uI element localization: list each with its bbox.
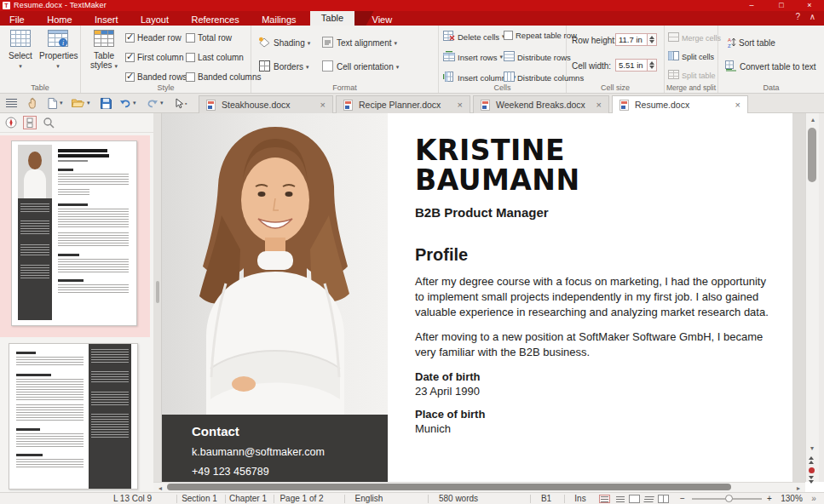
close-tab-icon[interactable]: × — [458, 100, 463, 110]
banded-rows-checkbox[interactable] — [125, 72, 135, 82]
word-count[interactable]: 580 words — [429, 494, 488, 503]
doc-tab-weekend-breaks[interactable]: Weekend Breaks.docx × — [473, 95, 609, 113]
close-tab-icon[interactable]: × — [320, 100, 326, 110]
scroll-down-icon[interactable]: ▾ — [805, 444, 819, 452]
table-styles-button[interactable]: Table styles ▾ — [86, 29, 122, 70]
shading-button[interactable]: Shading▾ — [258, 37, 310, 49]
tab-table-contextual[interactable]: Table — [310, 11, 354, 26]
checkbox-header-row[interactable]: Header row — [125, 33, 182, 43]
object-mode-pointer-icon[interactable] — [174, 96, 184, 110]
header-row-checkbox[interactable] — [125, 33, 135, 43]
save-icon[interactable] — [101, 96, 112, 110]
zoom-slider-knob[interactable] — [725, 495, 733, 502]
properties-button[interactable]: i Properties ▾ — [39, 29, 77, 70]
first-column-checkbox[interactable] — [125, 53, 135, 62]
new-document-caret-icon[interactable]: ▾ — [60, 96, 63, 110]
open-folder-caret-icon[interactable]: ▾ — [87, 96, 90, 110]
doc-tab-recipe-planner[interactable]: Recipe Planner.docx × — [336, 95, 470, 113]
borders-button[interactable]: Borders▾ — [258, 60, 309, 73]
cell-width-spinner-icon[interactable] — [648, 59, 657, 72]
select-button[interactable]: Select ▾ — [2, 29, 39, 70]
last-column-checkbox[interactable] — [186, 53, 195, 62]
page2-thumbnail[interactable] — [9, 343, 138, 490]
collapse-ribbon-icon[interactable]: ∧ — [810, 12, 815, 21]
sidebar-toggle-icon[interactable] — [6, 96, 17, 110]
thumbnails-view-icon[interactable] — [23, 116, 37, 129]
document-page[interactable]: Contact k.baumann@softmaker.com +49 123 … — [162, 113, 792, 482]
help-icon[interactable]: ? — [795, 12, 800, 21]
row-height-spinner-icon[interactable] — [648, 33, 657, 46]
view-normal-icon[interactable] — [599, 495, 610, 503]
total-row-checkbox[interactable] — [186, 33, 195, 43]
sort-table-button[interactable]: AZ Sort table — [725, 37, 775, 49]
language-indicator[interactable]: English — [345, 494, 393, 503]
cell-orientation-button[interactable]: Cell orientation▾ — [321, 60, 399, 73]
view-page-icon[interactable] — [629, 495, 640, 503]
vertical-scroll-thumb[interactable] — [808, 128, 816, 182]
cell-orientation-icon — [321, 60, 334, 73]
split-table-button[interactable]: Split table — [668, 70, 716, 81]
thumbnail-page1-selected[interactable]: 1 — [0, 135, 150, 337]
maximize-button[interactable]: □ — [769, 0, 794, 10]
scroll-left-icon[interactable]: ◂ — [153, 484, 167, 492]
dob-label: Date of birth — [415, 370, 775, 383]
repeat-table-row-checkbox-row[interactable]: Repeat table row — [504, 31, 577, 40]
redo-icon[interactable] — [147, 96, 158, 110]
splitter-handle[interactable] — [156, 281, 159, 303]
distribute-rows-button[interactable]: Distribute rows — [504, 51, 571, 63]
search-icon[interactable] — [43, 117, 55, 132]
insert-mode[interactable]: Ins — [565, 494, 596, 503]
new-document-icon[interactable] — [48, 96, 57, 110]
scroll-up-icon[interactable]: ▴ — [806, 116, 820, 123]
chapter-indicator[interactable]: Chapter 1 — [226, 494, 270, 503]
checkbox-last-column[interactable]: Last column — [186, 53, 244, 62]
open-folder-icon[interactable] — [72, 96, 84, 110]
checkbox-total-row[interactable]: Total row — [186, 33, 232, 43]
checkbox-banded-rows[interactable]: Banded rows — [125, 72, 187, 82]
checkbox-banded-columns[interactable]: Banded columns — [186, 72, 262, 82]
text-alignment-button[interactable]: Text alignment▾ — [321, 37, 397, 49]
doc-tab-steakhouse[interactable]: Steakhouse.docx × — [199, 95, 333, 113]
checkbox-first-column[interactable]: First column — [125, 53, 183, 62]
convert-table-to-text-button[interactable]: Convert table to text — [725, 60, 816, 73]
close-tab-icon[interactable]: × — [735, 100, 740, 110]
close-button[interactable]: × — [797, 0, 822, 10]
navigation-compass-icon[interactable] — [5, 117, 17, 132]
cursor-position[interactable]: L 13 Col 9 — [92, 494, 173, 503]
close-tab-icon[interactable]: × — [596, 100, 602, 110]
page-indicator[interactable]: Page 1 of 2 — [274, 494, 329, 503]
banded-columns-checkbox[interactable] — [186, 72, 195, 82]
browse-object-icon[interactable] — [809, 467, 815, 473]
cell-reference[interactable]: B1 — [531, 494, 562, 503]
merge-cells-button[interactable]: Merge cells — [668, 32, 721, 43]
insert-rows-button[interactable]: Insert rows▾ — [443, 51, 503, 63]
view-book-icon[interactable] — [658, 495, 669, 503]
scroll-right-icon[interactable]: ▸ — [792, 484, 805, 492]
cell-width-input[interactable] — [615, 59, 648, 72]
undo-icon[interactable] — [119, 96, 131, 110]
zoom-out-icon[interactable]: − — [677, 494, 688, 503]
undo-caret-icon[interactable]: ▾ — [133, 96, 136, 110]
view-draft-icon[interactable] — [614, 495, 625, 503]
repeat-table-row-checkbox[interactable] — [504, 31, 513, 40]
doc-tab-resume-active[interactable]: Resume.docx × — [612, 95, 748, 113]
row-height-input[interactable] — [615, 33, 648, 46]
zoom-fit-icon[interactable]: » — [808, 494, 820, 503]
view-web-icon[interactable] — [643, 495, 654, 503]
section-indicator[interactable]: Section 1 — [177, 494, 222, 503]
browse-next-icon[interactable] — [809, 476, 814, 484]
zoom-in-icon[interactable]: + — [764, 494, 775, 503]
page1-thumbnail[interactable] — [11, 140, 137, 326]
pointer-mode-caret-icon[interactable]: ▪ — [185, 96, 187, 110]
horizontal-scroll-thumb[interactable] — [167, 484, 731, 490]
split-table-label: Split table — [682, 72, 716, 80]
browse-previous-icon[interactable] — [809, 456, 814, 464]
redo-caret-icon[interactable]: ▾ — [160, 96, 164, 110]
split-cells-button[interactable]: Split cells — [668, 51, 714, 62]
cell-orientation-label: Cell orientation — [337, 62, 394, 72]
zoom-level[interactable]: 130% — [777, 494, 806, 503]
delete-cells-button[interactable]: Delete cells▾ — [443, 31, 505, 43]
pan-hand-icon[interactable] — [27, 96, 38, 110]
text-alignment-icon — [321, 37, 334, 49]
minimize-button[interactable]: – — [739, 0, 764, 10]
